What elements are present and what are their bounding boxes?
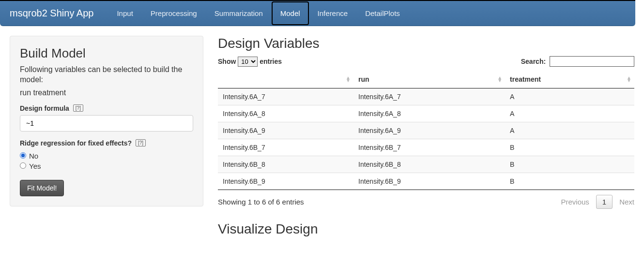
previous-button[interactable]: Previous bbox=[561, 198, 589, 206]
tab-preprocessing[interactable]: Preprocessing bbox=[142, 1, 206, 25]
build-model-heading: Build Model bbox=[20, 46, 193, 61]
table-row: Intensity.6A_9Intensity.6A_9A bbox=[218, 122, 634, 139]
table-row: Intensity.6B_9Intensity.6B_9B bbox=[218, 173, 634, 190]
table-cell: Intensity.6A_9 bbox=[218, 122, 353, 139]
table-cell: B bbox=[505, 139, 634, 156]
table-cell: B bbox=[505, 173, 634, 190]
visualize-design-heading: Visualize Design bbox=[218, 221, 634, 237]
table-cell: Intensity.6A_9 bbox=[353, 122, 505, 139]
sort-icon: ▲▼ bbox=[346, 76, 351, 82]
tab-input[interactable]: Input bbox=[108, 1, 141, 25]
table-cell: Intensity.6A_8 bbox=[353, 105, 505, 122]
pagination: Previous 1 Next bbox=[561, 195, 634, 209]
datatable-controls-top: Show 10 entries Search: bbox=[218, 56, 634, 67]
ridge-radio-no[interactable] bbox=[20, 152, 26, 159]
col-run[interactable]: run▲▼ bbox=[353, 71, 505, 88]
sort-icon: ▲▼ bbox=[497, 76, 502, 82]
ridge-label: Ridge regression for fixed effects? bbox=[20, 139, 132, 147]
table-cell: B bbox=[505, 156, 634, 173]
table-cell: Intensity.6B_8 bbox=[218, 156, 353, 173]
length-control: Show 10 entries bbox=[218, 57, 282, 67]
table-cell: Intensity.6B_7 bbox=[218, 139, 353, 156]
table-cell: Intensity.6A_8 bbox=[218, 105, 353, 122]
search-input[interactable] bbox=[550, 56, 634, 67]
entries-select[interactable]: 10 bbox=[238, 57, 258, 67]
model-variables: run treatment bbox=[20, 88, 193, 98]
ridge-option-no[interactable]: No bbox=[20, 152, 193, 160]
nav-tabs: Input Preprocessing Summarization Model … bbox=[108, 1, 408, 25]
table-row: Intensity.6A_7Intensity.6A_7A bbox=[218, 88, 634, 105]
table-cell: A bbox=[505, 122, 634, 139]
tab-inference[interactable]: Inference bbox=[309, 1, 357, 25]
design-formula-label: Design formula bbox=[20, 104, 69, 112]
sidebar-panel: Build Model Following variables can be s… bbox=[10, 36, 203, 206]
next-button[interactable]: Next bbox=[619, 198, 634, 206]
table-cell: Intensity.6B_7 bbox=[353, 139, 505, 156]
app-brand: msqrob2 Shiny App bbox=[10, 8, 93, 19]
table-cell: A bbox=[505, 88, 634, 105]
fit-model-button[interactable]: Fit Model! bbox=[20, 180, 64, 196]
help-icon[interactable]: [?] bbox=[136, 139, 146, 146]
ridge-radio-yes[interactable] bbox=[20, 162, 26, 169]
search-control: Search: bbox=[521, 56, 634, 67]
sort-icon: ▲▼ bbox=[627, 76, 631, 82]
table-cell: Intensity.6B_9 bbox=[218, 173, 353, 190]
table-cell: Intensity.6A_7 bbox=[218, 88, 353, 105]
datatable-controls-bottom: Showing 1 to 6 of 6 entries Previous 1 N… bbox=[218, 195, 634, 209]
tab-detailplots[interactable]: DetailPlots bbox=[356, 1, 409, 25]
table-row: Intensity.6A_8Intensity.6A_8A bbox=[218, 105, 634, 122]
table-cell: A bbox=[505, 105, 634, 122]
table-cell: Intensity.6B_8 bbox=[353, 156, 505, 173]
design-variables-heading: Design Variables bbox=[218, 36, 634, 51]
help-icon[interactable]: [?] bbox=[73, 104, 83, 112]
col-rowname[interactable]: ▲▼ bbox=[218, 71, 353, 88]
main-panel: Design Variables Show 10 entries Search:… bbox=[218, 36, 634, 242]
search-label: Search: bbox=[521, 58, 546, 65]
col-treatment[interactable]: treatment▲▼ bbox=[505, 71, 634, 88]
table-row: Intensity.6B_8Intensity.6B_8B bbox=[218, 156, 634, 173]
ridge-radio-group: No Yes bbox=[20, 152, 193, 170]
table-row: Intensity.6B_7Intensity.6B_7B bbox=[218, 139, 634, 156]
navbar: msqrob2 Shiny App Input Preprocessing Su… bbox=[0, 0, 635, 26]
ridge-option-yes[interactable]: Yes bbox=[20, 162, 193, 170]
table-info: Showing 1 to 6 of 6 entries bbox=[218, 198, 304, 206]
design-formula-input[interactable] bbox=[20, 115, 193, 132]
table-cell: Intensity.6B_9 bbox=[353, 173, 505, 190]
tab-summarization[interactable]: Summarization bbox=[206, 1, 272, 25]
design-variables-table: ▲▼ run▲▼ treatment▲▼ Intensity.6A_7Inten… bbox=[218, 71, 634, 190]
build-model-subtext: Following variables can be selected to b… bbox=[20, 65, 193, 85]
page-1-button[interactable]: 1 bbox=[596, 195, 613, 209]
tab-model[interactable]: Model bbox=[272, 1, 309, 25]
table-cell: Intensity.6A_7 bbox=[353, 88, 505, 105]
